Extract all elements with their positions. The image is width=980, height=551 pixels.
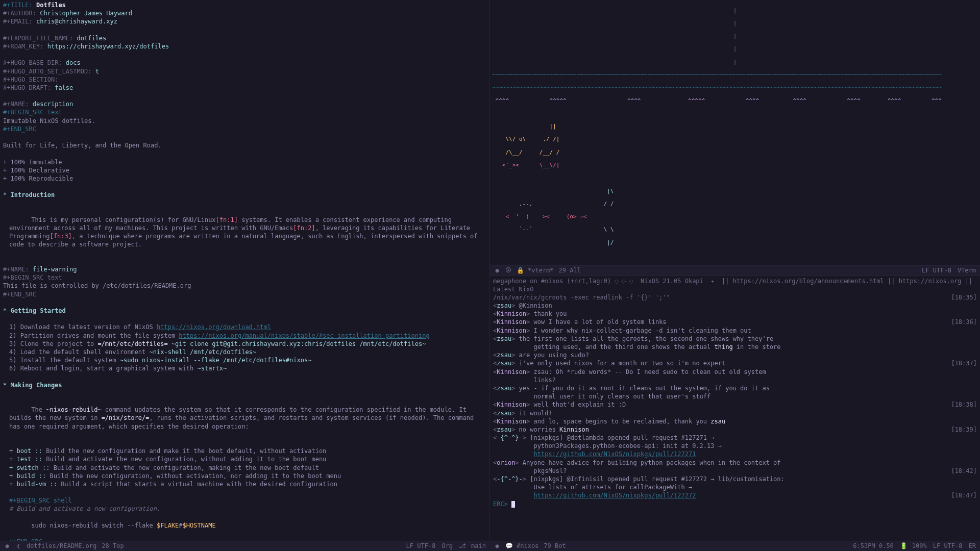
- irc-link[interactable]: https://github.com/NixOS/nixpkgs/pull/12…: [533, 450, 696, 458]
- heading-making-changes: Making Changes: [10, 382, 62, 389]
- readonly-icon: ⦿: [505, 266, 511, 274]
- clock: 6:53PM 0.50: [853, 542, 893, 550]
- list-item: + test :: Build and activate the new con…: [9, 455, 486, 463]
- irc-message: <xxxxxxxx> https://github.com/NixOS/nixp…: [493, 450, 977, 458]
- dot-icon: ●: [494, 542, 500, 550]
- meta-title-val: Dotfiles: [36, 2, 66, 9]
- list-item: + build-vm :: Build a script that starts…: [9, 480, 486, 488]
- irc-message: <zsau> i've only used nixos for a month …: [493, 359, 977, 367]
- dot-icon: ●: [4, 542, 10, 550]
- buffer-name: #nixos: [517, 542, 538, 550]
- meta-title-key: #+TITLE:: [3, 2, 33, 9]
- modeline-org: ● ❮ dotfiles/README.org 28 Top LF UTF-8 …: [0, 541, 490, 551]
- irc-message: <Kinnison> zsau: Oh *rude words* -- Do I…: [493, 368, 977, 376]
- org-buffer[interactable]: #+TITLE: Dotfiles #+AUTHOR: Christopher …: [0, 0, 490, 541]
- list-item: + boot :: Build the new configuration an…: [9, 447, 486, 455]
- irc-message: <Kinnison> well that'd explain it :D[18:…: [493, 400, 977, 409]
- irc-message: <zsau> are you using sudo?: [493, 351, 977, 359]
- heading-introduction: Introduction: [10, 191, 55, 198]
- irc-message: <xxxxxxxx> links?: [493, 376, 977, 384]
- irc-message: <xxxxxxxx> normal user it only cleans ou…: [493, 392, 977, 400]
- irc-message: <xxxxxxxx> https://github.com/NixOS/nixp…: [493, 491, 977, 499]
- irc-message: <Kinnison> thank you: [493, 310, 977, 318]
- list-item: + build :: Build the new configuration, …: [9, 472, 486, 480]
- erc-buffer[interactable]: megaphone on #nixos (+nrt,lag:0) ◌ ◌ ◌ N…: [490, 276, 980, 541]
- erc-prompt: ERC>: [493, 500, 508, 508]
- chat-icon: 💬: [505, 542, 511, 550]
- irc-message: <Kinnison> I wonder why nix-collect-garb…: [493, 327, 977, 335]
- irc-message: <xxxxxxxx> Use lists of attrsets for cal…: [493, 483, 977, 491]
- irc-message: <zsau> @Kinnison: [493, 302, 977, 310]
- battery-icon: 🔋: [900, 542, 906, 550]
- irc-message: <Kinnison> and lo, space begins to be re…: [493, 417, 977, 425]
- irc-link[interactable]: https://github.com/NixOS/nixpkgs/pull/12…: [533, 492, 696, 499]
- buffer-name: dotfiles/README.org: [27, 542, 96, 550]
- modeline-vterm: ● ⦿ 🔒 *vterm* 29 All LF UTF-8 VTerm: [490, 265, 980, 276]
- irc-message: <xxxxxxxx> getting used, and the third o…: [493, 343, 977, 351]
- irc-message: <Kinnison> wow I have a lot of old syste…: [493, 318, 977, 326]
- irc-message: <zsau> no worries Kinnison[18:39]: [493, 425, 977, 434]
- vterm-buffer[interactable]: | | | | | ~~~~~~~~~~~~~~~~~~~~~~~~~~~~~~…: [490, 0, 980, 265]
- tagline: Built for Life, Liberty, and the Open Ro…: [3, 141, 486, 149]
- buffer-name: *vterm*: [528, 266, 554, 274]
- irc-message: <zsau> the first one lists all the gcroo…: [493, 335, 977, 343]
- irc-message: <orion> Anyone have advice for building …: [493, 459, 977, 467]
- link-nixos-download[interactable]: https://nixos.org/download.html: [157, 323, 271, 331]
- irc-message: <zsau> yes - if you do it as root it cle…: [493, 384, 977, 392]
- branch-icon: ⎇: [459, 542, 465, 550]
- irc-message: <xxxxxxxx> pkgsMusl?[18:42]: [493, 467, 977, 475]
- irc-message: <xxxxxxxx> python3Packages.python-ecobee…: [493, 442, 977, 450]
- erc-input[interactable]: [511, 501, 515, 508]
- irc-message: <-{^-^}-> [nixpkgs] @Infinisil opened pu…: [493, 475, 977, 483]
- lock-icon: 🔒: [517, 266, 523, 274]
- irc-topic: megaphone on #nixos (+nrt,lag:0) ◌ ◌ ◌ N…: [493, 277, 977, 293]
- link-nixos-partition[interactable]: https://nixos.org/manual/nixos/stable/#s…: [179, 332, 429, 339]
- modeline-erc: ● 💬 #nixos 79 Bot 6:53PM 0.50 🔋 100% LF …: [490, 541, 980, 551]
- irc-message: <-{^-^}-> [nixpkgs] @dotlambda opened pu…: [493, 434, 977, 442]
- list-item: + switch :: Build and activate the new c…: [9, 464, 486, 472]
- irc-message: <zsau> it would!: [493, 409, 977, 417]
- back-icon[interactable]: ❮: [15, 542, 21, 550]
- dot-icon: ●: [494, 266, 500, 274]
- heading-getting-started: Getting Started: [10, 307, 65, 314]
